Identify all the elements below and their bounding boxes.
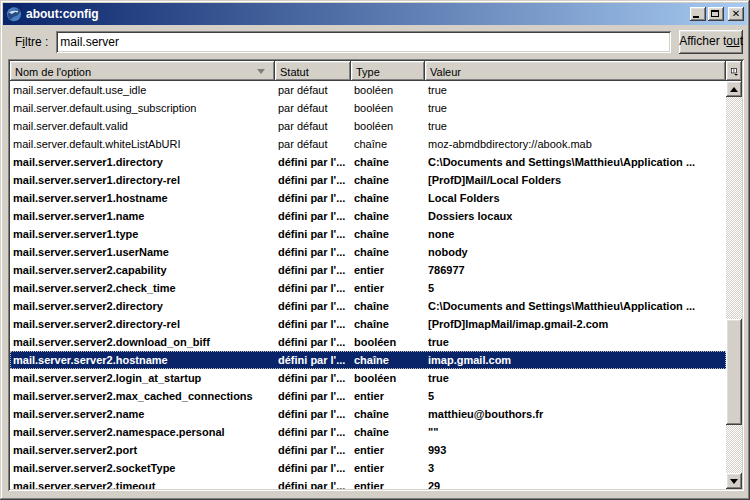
pref-status: défini par l'...	[275, 423, 351, 441]
pref-value: Local Folders	[425, 189, 726, 207]
pref-name: mail.server.server1.directory-rel	[10, 171, 275, 189]
title-bar[interactable]: about:config ✕	[3, 3, 747, 25]
column-header-status[interactable]: Statut	[275, 61, 351, 81]
pref-type: entier	[351, 387, 425, 405]
about-config-window: about:config ✕ Filtre : Afficher tout No…	[0, 0, 750, 500]
pref-name: mail.server.default.valid	[10, 117, 275, 135]
column-header-value[interactable]: Valeur	[425, 61, 726, 81]
table-row[interactable]: mail.server.server2.download_on_biff déf…	[10, 333, 726, 351]
pref-name: mail.server.server2.namespace.personal	[10, 423, 275, 441]
table-row[interactable]: mail.server.server2.directory défini par…	[10, 297, 726, 315]
column-picker-icon	[731, 66, 738, 78]
maximize-button[interactable]	[708, 7, 724, 21]
pref-status: défini par l'...	[275, 297, 351, 315]
table-row[interactable]: mail.server.server2.capability défini pa…	[10, 261, 726, 279]
scrollbar-thumb[interactable]	[726, 319, 742, 425]
column-picker-button[interactable]	[726, 61, 742, 81]
arrow-up-icon	[730, 87, 738, 92]
table-row[interactable]: mail.server.default.valid par défaut boo…	[10, 117, 726, 135]
pref-name: mail.server.server2.name	[10, 405, 275, 423]
table-row[interactable]: mail.server.server2.port défini par l'..…	[10, 441, 726, 459]
pref-type: chaîne	[351, 189, 425, 207]
column-header-name[interactable]: Nom de l'option	[10, 61, 275, 81]
pref-type: chaîne	[351, 225, 425, 243]
scroll-down-button[interactable]	[726, 473, 742, 489]
table-row[interactable]: mail.server.server2.timeout défini par l…	[10, 477, 726, 489]
pref-type: booléen	[351, 81, 425, 99]
column-header-type[interactable]: Type	[351, 61, 425, 81]
pref-name: mail.server.server1.directory	[10, 153, 275, 171]
table-body: mail.server.default.use_idle par défaut …	[10, 81, 742, 489]
pref-type: booléen	[351, 99, 425, 117]
arrow-down-icon	[730, 479, 738, 484]
scroll-up-button[interactable]	[726, 81, 742, 97]
table-row[interactable]: mail.server.server2.directory-rel défini…	[10, 315, 726, 333]
maximize-icon	[711, 10, 719, 17]
pref-name: mail.server.server1.name	[10, 207, 275, 225]
table-row[interactable]: mail.server.server1.hostname défini par …	[10, 189, 726, 207]
pref-value: 5	[425, 387, 726, 405]
table-row[interactable]: mail.server.server2.max_cached_connectio…	[10, 387, 726, 405]
filter-input[interactable]	[56, 31, 671, 53]
show-all-button[interactable]: Afficher tout	[679, 30, 743, 54]
pref-type: chaîne	[351, 207, 425, 225]
pref-value: true	[425, 99, 726, 117]
pref-value: ""	[425, 423, 726, 441]
table-row[interactable]: mail.server.default.using_subscription p…	[10, 99, 726, 117]
pref-value: 5	[425, 279, 726, 297]
pref-name: mail.server.server2.check_time	[10, 279, 275, 297]
pref-status: défini par l'...	[275, 405, 351, 423]
pref-status: défini par l'...	[275, 477, 351, 489]
pref-status: défini par l'...	[275, 207, 351, 225]
table-row[interactable]: mail.server.server1.type défini par l'..…	[10, 225, 726, 243]
pref-name: mail.server.server2.max_cached_connectio…	[10, 387, 275, 405]
pref-status: par défaut	[275, 81, 351, 99]
table-row[interactable]: mail.server.default.whiteListAbURI par d…	[10, 135, 726, 153]
pref-status: par défaut	[275, 117, 351, 135]
filter-bar: Filtre : Afficher tout	[3, 25, 747, 59]
close-button[interactable]: ✕	[728, 7, 744, 21]
table-row[interactable]: mail.server.server2.check_time défini pa…	[10, 279, 726, 297]
pref-value: C:\Documents and Settings\Matthieu\Appli…	[425, 153, 726, 171]
pref-name: mail.server.default.use_idle	[10, 81, 275, 99]
table-row[interactable]: mail.server.server2.socketType défini pa…	[10, 459, 726, 477]
pref-type: entier	[351, 459, 425, 477]
pref-value: 29	[425, 477, 726, 489]
table-row[interactable]: mail.server.server1.userName défini par …	[10, 243, 726, 261]
pref-type: chaîne	[351, 135, 425, 153]
pref-name: mail.server.server2.login_at_startup	[10, 369, 275, 387]
pref-name: mail.server.server1.hostname	[10, 189, 275, 207]
table-row[interactable]: mail.server.server1.directory-rel défini…	[10, 171, 726, 189]
table-row[interactable]: mail.server.server2.namespace.personal d…	[10, 423, 726, 441]
pref-status: défini par l'...	[275, 459, 351, 477]
pref-name: mail.server.server2.download_on_biff	[10, 333, 275, 351]
pref-type: chaîne	[351, 171, 425, 189]
minimize-button[interactable]	[690, 7, 706, 21]
pref-type: booléen	[351, 117, 425, 135]
table-row[interactable]: mail.server.server2.name défini par l'..…	[10, 405, 726, 423]
table-row[interactable]: mail.server.server2.hostname défini par …	[10, 351, 726, 369]
pref-type: chaîne	[351, 315, 425, 333]
pref-value: imap.gmail.com	[425, 351, 726, 369]
pref-type: chaîne	[351, 351, 425, 369]
table-header: Nom de l'option Statut Type Valeur	[10, 61, 742, 81]
pref-value: 3	[425, 459, 726, 477]
pref-value: [ProfD]ImapMail/imap.gmail-2.com	[425, 315, 726, 333]
vertical-scrollbar[interactable]	[726, 81, 742, 489]
pref-value: moz-abmdbdirectory://abook.mab	[425, 135, 726, 153]
pref-status: défini par l'...	[275, 153, 351, 171]
pref-type: chaîne	[351, 297, 425, 315]
table-row[interactable]: mail.server.server2.login_at_startup déf…	[10, 369, 726, 387]
table-row[interactable]: mail.server.server1.name défini par l'..…	[10, 207, 726, 225]
pref-type: chaîne	[351, 423, 425, 441]
pref-value: [ProfD]Mail/Local Folders	[425, 171, 726, 189]
table-row[interactable]: mail.server.server1.directory défini par…	[10, 153, 726, 171]
table-row[interactable]: mail.server.default.use_idle par défaut …	[10, 81, 726, 99]
sort-descending-icon	[257, 69, 265, 74]
pref-value: true	[425, 117, 726, 135]
pref-status: défini par l'...	[275, 333, 351, 351]
pref-value: true	[425, 369, 726, 387]
pref-value: 993	[425, 441, 726, 459]
pref-value: true	[425, 81, 726, 99]
pref-status: défini par l'...	[275, 261, 351, 279]
